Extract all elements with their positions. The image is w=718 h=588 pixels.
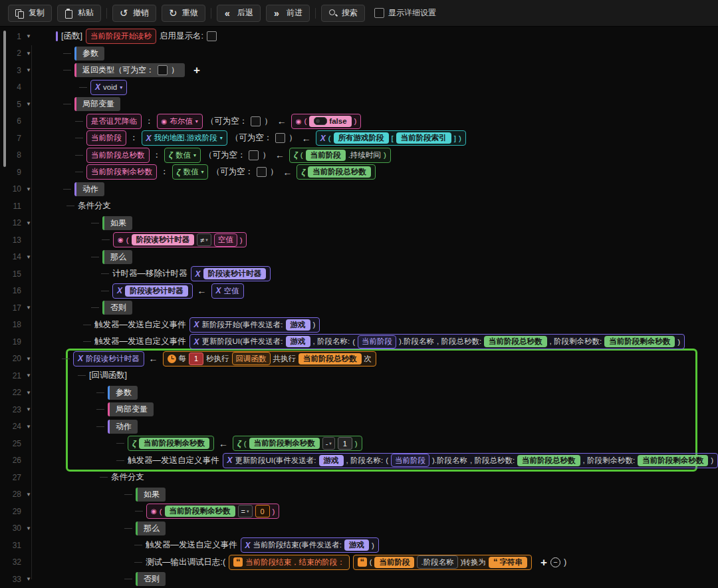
forward-button[interactable]: 前进 [266, 5, 310, 22]
value-chip[interactable]: 阶段读秒计时器 [132, 234, 195, 245]
null-value-pill[interactable]: X空值 [211, 283, 244, 299]
code-line-1[interactable]: 1▼[函数]当前阶段开始读秒启用显示名: [0, 28, 718, 45]
return-type-value-pill[interactable]: Xvoid▾ [90, 80, 127, 95]
params-block-label[interactable]: 参数 [74, 47, 104, 61]
function-name-pill[interactable]: 当前阶段开始读秒 [86, 29, 156, 44]
actions-block-label[interactable]: 动作 [108, 420, 138, 434]
interval-seconds-value[interactable]: 1 [189, 353, 203, 365]
value-chip[interactable]: 阶段读秒计时器 [125, 285, 188, 297]
callback-ref-pill[interactable]: 回调函数 [232, 352, 271, 365]
code-line-32[interactable]: 32测试—输出调试日志:(“当前阶段结束，结束的阶段：“(当前阶段.阶段名称)转… [0, 554, 718, 571]
code-line-31[interactable]: 31触发器—发送自定义事件X当前阶段结束(事件发送者:游戏) [0, 537, 718, 554]
show-details-checkbox[interactable] [374, 8, 384, 18]
value-chip[interactable]: 当前阶段 [374, 557, 414, 568]
code-line-28[interactable]: 28▼如果 [0, 486, 718, 504]
value-chip[interactable]: 当前阶段剩余秒数 [249, 438, 320, 449]
code-line-18[interactable]: 18触发器—发送自定义事件X新阶段开始(事件发送者:游戏) [0, 317, 718, 334]
show-details-toggle[interactable]: 显示详细设置 [374, 7, 436, 19]
default-value-pill[interactable]: ζ(当前阶段.持续时间) [289, 148, 391, 163]
code-line-27[interactable]: 27条件分支 [0, 469, 718, 486]
if-label[interactable]: 如果 [136, 488, 166, 502]
redo-button[interactable]: 重做 [162, 5, 205, 22]
value-chip[interactable]: 当前阶段总秒数 [517, 455, 580, 466]
copy-button[interactable]: 复制 [8, 5, 52, 22]
value-chip[interactable]: 游戏 [319, 455, 344, 466]
value-chip[interactable]: 当前阶段索引 [396, 132, 451, 144]
collapse-arrow-icon[interactable]: ▼ [21, 372, 36, 378]
local-vars-block-label[interactable]: 局部变量 [108, 402, 154, 416]
collapse-arrow-icon[interactable]: ▼ [21, 424, 36, 430]
collapse-arrow-icon[interactable]: ▼ [21, 525, 36, 531]
collapse-arrow-icon[interactable]: ▼ [21, 576, 36, 582]
search-button[interactable]: 搜索 [321, 5, 365, 22]
boolean-toggle[interactable] [314, 117, 327, 125]
code-line-3[interactable]: 3▼返回类型（可为空：）+ [0, 62, 718, 79]
event-pill[interactable]: X更新阶段UI(事件发送者:游戏, 阶段名称:(当前阶段).阶段名称, 阶段总秒… [189, 334, 685, 349]
local-vars-block-label[interactable]: 局部变量 [74, 97, 120, 111]
literal-zero[interactable]: 0 [255, 505, 270, 517]
value-chip[interactable]: 当前阶段 [306, 150, 346, 161]
not-equal-operator[interactable]: ≠▾ [197, 233, 211, 246]
literal-one[interactable]: 1 [338, 437, 352, 450]
value-chip[interactable]: 当前阶段总秒数 [299, 353, 362, 365]
else-label[interactable]: 否则 [136, 572, 166, 586]
timer-loop-pill[interactable]: 每1秒执行回调函数共执行当前阶段总秒数次 [163, 351, 377, 367]
code-line-8[interactable]: 8当前阶段总秒数：ζ数值▾（可为空：）←ζ(当前阶段.持续时间) [0, 147, 718, 164]
collapse-arrow-icon[interactable]: ▼ [21, 406, 36, 412]
code-line-7[interactable]: 7当前阶段：X我的地图.游戏阶段▾（可为空：）←X(所有游戏阶段[当前阶段索引]… [0, 130, 718, 147]
dropdown-caret-icon[interactable]: ▾ [220, 135, 223, 141]
actions-block-label[interactable]: 动作 [74, 182, 104, 196]
nullable-checkbox[interactable] [257, 167, 267, 177]
property-pill[interactable]: .阶段名称 [417, 555, 457, 569]
add-return-type-button[interactable]: + [193, 65, 200, 76]
minus-operator[interactable]: -▾ [322, 437, 335, 450]
expression-pill[interactable]: ζ(当前阶段剩余秒数-▾1) [233, 436, 362, 451]
condition-pill[interactable]: ◉(阶段读秒计时器≠▾空值) [113, 232, 247, 247]
nullable-checkbox[interactable] [251, 116, 261, 126]
collapse-arrow-icon[interactable]: ▼ [21, 67, 36, 73]
collapse-arrow-icon[interactable]: ▼ [21, 492, 36, 498]
equal-operator[interactable]: =▾ [238, 505, 253, 517]
code-line-4[interactable]: 4Xvoid▾ [0, 79, 718, 96]
return-type-block-label[interactable]: 返回类型（可为空：） [74, 63, 185, 77]
timer-var-pill[interactable]: X阶段读秒计时器 [73, 351, 144, 367]
string-type-chip[interactable]: “字符串 [489, 557, 527, 568]
var-ref-pill[interactable]: 当前阶段 [391, 454, 429, 467]
collapse-arrow-icon[interactable]: ▼ [21, 33, 36, 39]
code-line-20[interactable]: 20▼X阶段读秒计时器←每1秒执行回调函数共执行当前阶段总秒数次 [0, 351, 718, 368]
string-convert-pill[interactable]: “(当前阶段.阶段名称)转换为“字符串 [353, 555, 532, 570]
code-line-2[interactable]: 2▼参数 [0, 45, 718, 63]
var-type-pill[interactable]: ◉布尔值▾ [157, 114, 203, 129]
var-type-pill[interactable]: ζ数值▾ [164, 148, 201, 163]
code-line-26[interactable]: 26触发器—发送自定义事件X更新阶段UI(事件发送者:游戏, 阶段名称:(当前阶… [0, 452, 718, 470]
code-line-14[interactable]: 14▼那么 [0, 249, 718, 266]
nullable-checkbox[interactable] [249, 150, 259, 160]
code-line-30[interactable]: 30▼那么 [0, 520, 718, 537]
nullable-checkbox[interactable] [275, 133, 285, 143]
value-chip[interactable]: 游戏 [286, 336, 310, 347]
collapse-arrow-icon[interactable]: ▼ [21, 220, 36, 226]
value-chip[interactable]: 当前阶段剩余秒数 [604, 336, 675, 347]
code-line-22[interactable]: 22▼参数 [0, 384, 718, 402]
string-literal-pill[interactable]: “当前阶段结束，结束的阶段： [229, 555, 350, 570]
collapse-arrow-icon[interactable]: ▼ [21, 356, 36, 362]
collapse-arrow-icon[interactable]: ▼ [21, 101, 36, 107]
event-pill[interactable]: X当前阶段结束(事件发送者:游戏) [241, 537, 379, 553]
dropdown-caret-icon[interactable]: ▾ [193, 152, 196, 158]
timer-var-pill[interactable]: X阶段读秒计时器 [191, 266, 271, 281]
default-value-pill[interactable]: X(所有游戏阶段[当前阶段索引]) [316, 130, 466, 146]
var-type-pill[interactable]: ζ数值▾ [172, 164, 209, 180]
enable-display-name-checkbox[interactable] [207, 31, 217, 41]
var-name-pill[interactable]: 当前阶段 [86, 130, 126, 146]
default-value-pill[interactable]: ζ当前阶段总秒数 [297, 164, 375, 180]
return-nullable-checkbox[interactable] [158, 65, 168, 75]
value-chip[interactable]: 当前阶段总秒数 [308, 166, 371, 178]
code-line-5[interactable]: 5▼局部变量 [0, 96, 718, 113]
code-line-33[interactable]: 33▼否则 [0, 571, 718, 588]
code-line-25[interactable]: 25ζ当前阶段剩余秒数←ζ(当前阶段剩余秒数-▾1) [0, 435, 718, 452]
var-name-pill[interactable]: 当前阶段剩余秒数 [86, 164, 157, 180]
var-ref-pill[interactable]: 当前阶段 [358, 335, 396, 349]
var-name-pill[interactable]: 当前阶段总秒数 [86, 148, 150, 163]
value-chip[interactable]: 所有游戏阶段 [334, 132, 389, 144]
value-chip[interactable]: 游戏 [344, 539, 369, 551]
